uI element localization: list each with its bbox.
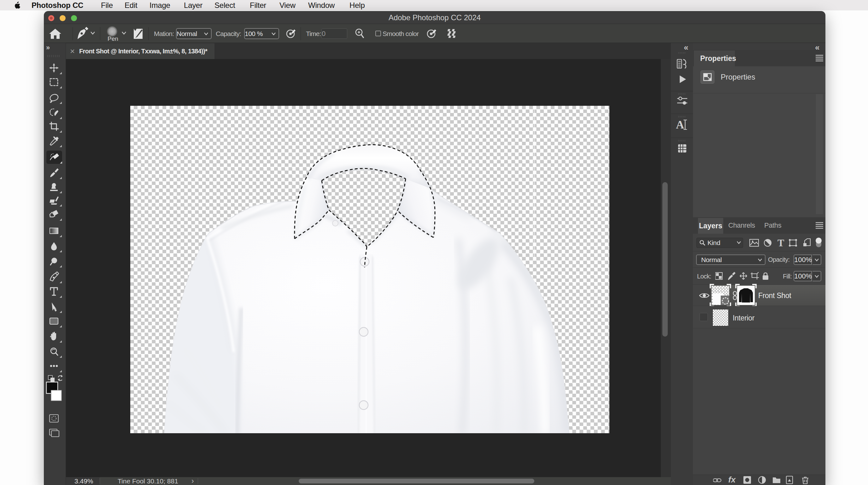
svg-text:fx: fx bbox=[728, 476, 736, 484]
svg-text:A: A bbox=[676, 118, 684, 131]
svg-text:T: T bbox=[777, 237, 784, 248]
